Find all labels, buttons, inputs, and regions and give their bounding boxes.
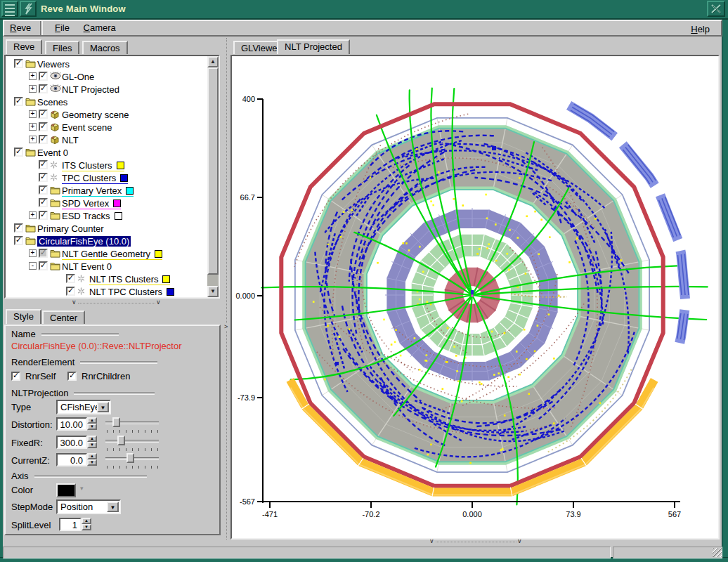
- expander-plus-icon[interactable]: +: [29, 85, 37, 93]
- svg-text:-70.2: -70.2: [362, 510, 379, 518]
- sparkle-icon: [77, 274, 85, 285]
- tree-checkbox[interactable]: ✓: [39, 261, 48, 270]
- fixedr-field[interactable]: 300.0: [56, 436, 87, 449]
- tree-checkbox[interactable]: ✓: [66, 274, 75, 283]
- tree-checkbox[interactable]: ✓: [39, 173, 48, 182]
- tree-item-tpc-clusters[interactable]: ✓TPC Clusters: [6, 172, 206, 185]
- menu-camera[interactable]: Camera: [78, 21, 122, 34]
- stepmode-combobox[interactable]: Position ▼: [56, 499, 121, 514]
- eye-icon: [50, 84, 61, 95]
- tree-checkbox[interactable]: ✓: [14, 223, 23, 233]
- combo-arrow-icon[interactable]: ▼: [107, 502, 119, 512]
- tree-checkbox[interactable]: ✓: [39, 249, 48, 258]
- distortion-label: Distortion:: [11, 419, 53, 430]
- folder-icon: [25, 59, 36, 70]
- splitlevel-field[interactable]: 1: [59, 518, 82, 531]
- tree-item-its-clusters[interactable]: ✓ITS Clusters: [6, 159, 206, 172]
- distortion-field[interactable]: 10.00: [56, 417, 87, 431]
- rnrchildren-checkbox[interactable]: ✓: [67, 372, 77, 381]
- expander-plus-icon[interactable]: +: [29, 110, 37, 118]
- combo-arrow-icon[interactable]: ▼: [97, 402, 109, 412]
- tab-style[interactable]: Style: [6, 309, 41, 324]
- tree-checkbox[interactable]: ✓: [39, 135, 48, 144]
- expander-minus-icon[interactable]: -: [29, 262, 37, 270]
- spin-up-icon: ▲: [87, 453, 97, 459]
- folder-icon: [25, 236, 36, 247]
- stepmode-label: StepMode: [11, 502, 53, 512]
- close-button[interactable]: [707, 1, 725, 17]
- app-lightning-icon[interactable]: [20, 1, 37, 17]
- window-menu-icon[interactable]: [1, 1, 18, 17]
- slider-thumb[interactable]: [112, 417, 120, 427]
- tree-checkbox[interactable]: ✓: [39, 198, 48, 207]
- scroll-up-arrow[interactable]: ▲: [207, 56, 219, 67]
- rnrself-checkbox[interactable]: ✓: [11, 372, 20, 381]
- tree-item-viewers[interactable]: ✓Viewers: [6, 58, 206, 71]
- resize-grip[interactable]: [713, 548, 722, 557]
- tree-item-nlt-projected[interactable]: +✓NLT Projected: [6, 84, 206, 96]
- tree-item-circularfisheye-10-0[interactable]: ✓CircularFishEye (10.0): [6, 235, 206, 248]
- scroll-thumb[interactable]: [207, 67, 219, 275]
- spin-up-icon: ▲: [87, 417, 97, 424]
- tree-item-event-0[interactable]: ✓Event 0: [6, 147, 206, 159]
- tree-item-nlt-event-0[interactable]: -✓NLT Event 0: [6, 261, 206, 273]
- tree-item-spd-vertex[interactable]: ✓SPD Vertex: [6, 197, 206, 210]
- tree-checkbox[interactable]: ✓: [39, 72, 48, 81]
- sparkle-icon: [50, 160, 58, 171]
- menu-file[interactable]: File: [49, 21, 75, 34]
- slider-thumb[interactable]: [126, 453, 134, 463]
- tree-checkbox[interactable]: ✓: [39, 84, 48, 93]
- axis-color-swatch[interactable]: [56, 483, 76, 497]
- tree-checkbox[interactable]: ✓: [39, 122, 48, 131]
- expander-plus-icon[interactable]: +: [29, 136, 37, 143]
- type-combobox[interactable]: CFishEye ▼: [56, 400, 111, 414]
- tree-checkbox[interactable]: ✓: [14, 59, 23, 68]
- tree-item-nlt-tpc-clusters[interactable]: ✓NLT TPC Clusters: [6, 286, 206, 297]
- tree-vertical-scrollbar[interactable]: ▲ ▼: [207, 56, 219, 297]
- tree-item-esd-tracks[interactable]: +✓ESD Tracks: [6, 210, 206, 223]
- tree-item-primary-vertex[interactable]: ✓Primary Vertex: [6, 185, 206, 197]
- tab-files[interactable]: Files: [45, 41, 79, 54]
- tree-item-nlt[interactable]: +✓NLT: [6, 134, 206, 147]
- tree-checkbox[interactable]: ✓: [39, 185, 48, 195]
- tab-reve[interactable]: Reve: [6, 39, 42, 54]
- spin-up-icon: ▲: [82, 518, 91, 524]
- tree-item-geometry-scene[interactable]: +✓Geometry scene: [6, 109, 206, 122]
- scroll-down-arrow[interactable]: ▼: [207, 286, 219, 297]
- fixedr-label: FixedR:: [11, 438, 43, 448]
- reve-main-window: Reve Main Window Reve File Camera Help R…: [0, 0, 728, 562]
- tree-item-primary-counter[interactable]: ✓Primary Counter: [6, 223, 206, 235]
- tab-nlt-projected[interactable]: NLT Projected: [277, 39, 350, 54]
- folder-icon: [50, 211, 60, 222]
- tab-center[interactable]: Center: [42, 311, 85, 324]
- viewer-bottom-splitter[interactable]: ∨ ∨: [232, 540, 718, 545]
- color-dropdown-arrow-icon[interactable]: ▾: [80, 485, 84, 492]
- tree-style-splitter[interactable]: ∨ ∨: [4, 301, 221, 306]
- tree-checkbox[interactable]: ✓: [14, 236, 23, 245]
- tree-checkbox[interactable]: ✓: [39, 160, 48, 169]
- menu-reve[interactable]: Reve: [4, 21, 37, 34]
- tree-item-event-scene[interactable]: +✓Event scene: [6, 122, 206, 134]
- menu-help[interactable]: Help: [685, 22, 715, 36]
- tree-item-gl-one[interactable]: +✓GL-One: [6, 71, 206, 84]
- expander-plus-icon[interactable]: +: [29, 211, 37, 219]
- tree-item-scenes[interactable]: ✓Scenes: [6, 96, 206, 109]
- expander-plus-icon[interactable]: +: [29, 249, 37, 257]
- tree-item-nlt-gentle-geometry[interactable]: +✓NLT Gentle Geometry: [6, 248, 206, 261]
- tree-checkbox[interactable]: ✓: [39, 110, 48, 119]
- currentz-field[interactable]: 0.0: [56, 453, 87, 466]
- tree-checkbox[interactable]: ✓: [66, 287, 75, 296]
- tree-item-label: NLT ITS Clusters: [89, 274, 170, 285]
- event-display[interactable]: 40066.70.000-73.9-567-471-70.20.00073.95…: [230, 55, 720, 540]
- spin-up-icon: ▲: [87, 436, 97, 442]
- tab-macros[interactable]: Macros: [82, 41, 128, 54]
- tree-item-nlt-its-clusters[interactable]: ✓NLT ITS Clusters: [6, 273, 206, 286]
- panel-vertical-splitter[interactable]: >: [223, 38, 230, 540]
- expander-plus-icon[interactable]: +: [29, 72, 37, 80]
- tree-checkbox[interactable]: ✓: [14, 148, 23, 157]
- expander-plus-icon[interactable]: +: [29, 123, 37, 131]
- tree-checkbox[interactable]: ✓: [14, 97, 23, 106]
- tree-checkbox[interactable]: ✓: [39, 211, 48, 220]
- svg-text:0.000: 0.000: [462, 510, 482, 518]
- slider-thumb[interactable]: [117, 436, 125, 445]
